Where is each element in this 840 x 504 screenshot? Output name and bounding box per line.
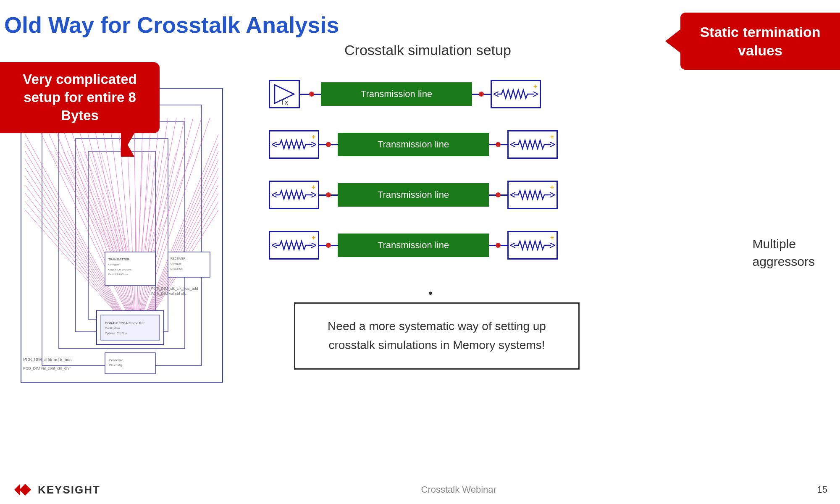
- circuit-row-2: + Transmission line +: [269, 130, 558, 159]
- systematic-box: Need a more systematic way of setting up…: [294, 302, 580, 370]
- setup-title: Crosstalk simulation setup: [344, 42, 511, 58]
- circuit-row-4: + Transmission line +: [269, 231, 558, 260]
- svg-text:Default 0.0 Ohms: Default 0.0 Ohms: [108, 273, 128, 276]
- svg-line-33: [25, 185, 117, 311]
- keysight-logo-icon: [13, 482, 33, 497]
- svg-text:Configure: Configure: [108, 263, 120, 266]
- svg-line-29: [25, 151, 120, 311]
- svg-text:Output: Ctrl Drvr 3ns: Output: Ctrl Drvr 3ns: [108, 268, 131, 271]
- svg-text:Config data: Config data: [105, 327, 120, 330]
- svg-text:PCB_DIM_clk_clk_bus_add: PCB_DIM_clk_clk_bus_add: [151, 286, 198, 291]
- footer-page-number: 15: [817, 484, 827, 495]
- footer-center-text: Crosstalk Webinar: [421, 484, 496, 495]
- svg-text:Connector: Connector: [109, 359, 123, 362]
- svg-rect-82: [105, 353, 155, 374]
- aggressors-label: Multiple aggressors: [753, 235, 815, 270]
- svg-text:Default Ctrl: Default Ctrl: [171, 268, 183, 270]
- svg-line-36: [25, 210, 114, 311]
- svg-text:Configure: Configure: [171, 262, 182, 265]
- systematic-text: Need a more systematic way of setting up…: [314, 317, 560, 355]
- right-panel: Crosstalk simulation setup Tx Transmissi…: [260, 34, 823, 395]
- logo-text: KEYSIGHT: [38, 483, 100, 496]
- svg-text:RECEIVER: RECEIVER: [171, 257, 186, 260]
- svg-text:DDR4x2 FPGA Frame Ref: DDR4x2 FPGA Frame Ref: [105, 321, 145, 325]
- svg-text:Options: Ctrl 3ns: Options: Ctrl 3ns: [105, 332, 127, 335]
- svg-text:PCB_DIM val_conf_ctrl_drvr: PCB_DIM val_conf_ctrl_drvr: [23, 366, 71, 370]
- complicated-callout: Very complicated setup for entire 8 Byte…: [0, 62, 160, 133]
- svg-line-35: [25, 202, 115, 311]
- svg-text:PCB_DIM_addr-addr_bus: PCB_DIM_addr-addr_bus: [23, 357, 71, 362]
- svg-line-34: [25, 193, 116, 311]
- footer: KEYSIGHT Crosstalk Webinar 15: [0, 482, 840, 497]
- svg-text:TRANSMITTER: TRANSMITTER: [108, 258, 129, 261]
- circuit-row-1: Tx Transmission line +: [269, 80, 541, 108]
- svg-line-31: [25, 168, 118, 311]
- svg-text:PCB_DIM val ctrl clk: PCB_DIM val ctrl clk: [151, 291, 186, 296]
- keysight-logo: KEYSIGHT: [13, 482, 100, 497]
- svg-line-37: [147, 134, 218, 311]
- svg-text:Pin config: Pin config: [109, 364, 122, 367]
- circuit-row-3: + Transmission line +: [269, 181, 558, 209]
